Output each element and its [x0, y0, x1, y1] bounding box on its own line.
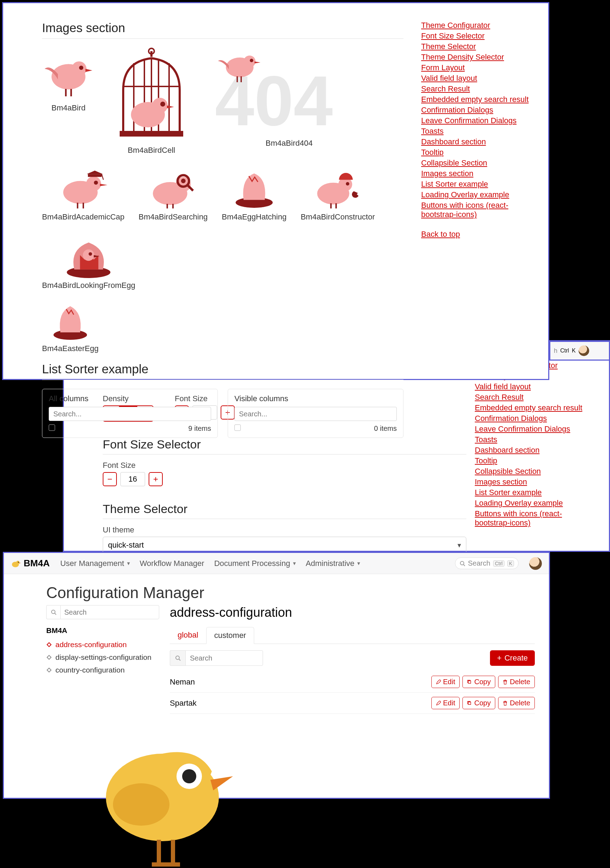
toc-link[interactable]: Toasts — [421, 127, 531, 136]
edit-button[interactable]: Edit — [432, 676, 459, 688]
tab[interactable]: customer — [206, 627, 254, 644]
page-title: Configuration Manager — [4, 574, 549, 605]
create-button[interactable]: + Create — [490, 650, 535, 666]
plus-icon: + — [497, 654, 501, 663]
toc-link[interactable]: Valid field layout — [421, 74, 531, 83]
toc-link[interactable]: Collapsible Section — [421, 158, 531, 167]
delete-button[interactable]: Delete — [498, 697, 535, 709]
font-decrease-button-2[interactable]: − — [103, 472, 117, 486]
svg-marker-19 — [167, 105, 174, 108]
diamond-icon — [46, 654, 52, 660]
checkbox[interactable] — [49, 425, 55, 431]
svg-rect-63 — [47, 643, 51, 646]
image-card: Bm4aBird — [42, 48, 95, 155]
theme-select[interactable]: quick-start — [103, 537, 466, 553]
svg-point-28 — [86, 177, 101, 191]
font-increase-button-2[interactable]: + — [149, 472, 163, 486]
config-row: SpartakEditCopyDelete — [170, 693, 535, 714]
content-search[interactable] — [185, 650, 263, 666]
avatar[interactable] — [529, 557, 542, 570]
sidebar: BM4A address-configurationdisplay-settin… — [46, 605, 159, 714]
sidebar-item-label: display-settings-configuration — [56, 653, 151, 662]
edit-button[interactable]: Edit — [432, 697, 459, 709]
toc-link[interactable]: List Sorter example — [421, 180, 531, 189]
image-caption: Bm4aEasterEgg — [42, 344, 98, 353]
visible-columns-search[interactable] — [234, 407, 397, 421]
svg-point-71 — [182, 769, 196, 783]
toc-link[interactable]: Collapsible Section — [475, 467, 588, 476]
sidebar-item[interactable]: country-configuration — [46, 664, 159, 676]
row-name: Spartak — [170, 699, 197, 708]
toc-link[interactable]: Leave Confirmation Dialogs — [421, 116, 531, 125]
delete-button[interactable]: Delete — [498, 676, 535, 688]
toc-link[interactable]: Theme Selector — [421, 42, 531, 51]
toc-link[interactable]: List Sorter example — [475, 488, 588, 497]
toc-link[interactable]: Dashboard section — [421, 137, 531, 146]
theme-heading: Theme Selector — [103, 502, 466, 519]
avatar[interactable] — [579, 346, 589, 356]
bird-searching-icon — [143, 164, 203, 209]
svg-rect-31 — [88, 174, 102, 177]
font-size-input-2[interactable] — [120, 472, 145, 486]
toc-link[interactable]: Confirmation Dialogs — [421, 105, 531, 115]
toc-link[interactable]: Tooltip — [475, 456, 588, 465]
bird-academic-icon — [53, 164, 113, 209]
nav-item[interactable]: Administrative — [306, 559, 360, 568]
nav-item[interactable]: Document Processing — [214, 559, 296, 568]
global-search[interactable]: Search Ctrl K — [455, 558, 519, 569]
toc-link[interactable]: Loading Overlay example — [475, 499, 588, 508]
toc-link[interactable]: Embedded empty search result — [421, 95, 531, 104]
nav-item[interactable]: Workflow Manager — [140, 559, 204, 568]
svg-point-23 — [250, 59, 253, 62]
checkbox[interactable] — [234, 425, 241, 431]
sidebar-item[interactable]: display-settings-configuration — [46, 651, 159, 664]
image-caption: Bm4aBirdSearching — [139, 212, 208, 222]
all-columns-search[interactable] — [49, 407, 211, 421]
toc-link[interactable]: Theme Configurator — [421, 21, 531, 30]
kbd-k: K — [572, 347, 576, 354]
sidebar-item-label: address-configuration — [56, 640, 127, 649]
copy-button[interactable]: Copy — [463, 697, 495, 709]
svg-point-4 — [79, 66, 83, 70]
search-icon — [459, 561, 465, 566]
sidebar-item[interactable]: address-configuration — [46, 638, 159, 651]
sidebar-search[interactable] — [61, 605, 159, 619]
image-caption: Bm4aBird — [42, 103, 95, 113]
toc-link[interactable]: Buttons with icons (react-bootstrap-icon… — [475, 509, 588, 527]
background-topbar-peek: h Ctrl K — [549, 341, 610, 361]
nav-item[interactable]: User Management — [61, 559, 130, 568]
copy-button[interactable]: Copy — [463, 676, 495, 688]
svg-point-56 — [16, 561, 20, 564]
svg-marker-5 — [85, 69, 93, 72]
toc-link[interactable]: Buttons with icons (react-bootstrap-icon… — [421, 201, 531, 219]
visible-count: 0 items — [374, 425, 397, 432]
toc-link[interactable]: Tooltip — [421, 148, 531, 157]
toc-link[interactable]: Dashboard section — [475, 446, 588, 455]
svg-line-33 — [102, 174, 104, 180]
toc-link[interactable]: Loading Overlay example — [421, 190, 531, 199]
toc-link[interactable]: Images section — [475, 477, 588, 487]
brand-text: BM4A — [24, 558, 50, 569]
toc-link[interactable]: Theme Density Selector — [421, 53, 531, 62]
svg-point-3 — [71, 61, 87, 76]
toc-link[interactable]: Form Layout — [421, 63, 531, 72]
svg-point-17 — [152, 98, 168, 113]
svg-line-67 — [179, 659, 180, 660]
trash-icon — [503, 701, 508, 706]
brand[interactable]: BM4A — [11, 558, 50, 569]
tab[interactable]: global — [170, 627, 206, 643]
svg-rect-64 — [47, 655, 51, 659]
back-to-top-link[interactable]: Back to top — [421, 230, 531, 239]
toc-link[interactable]: Search Result — [421, 84, 531, 93]
toc-link[interactable]: Font Size Selector — [421, 31, 531, 40]
font-size-label-2: Font Size — [103, 461, 591, 470]
image-card: Bm4aBirdConstructor — [301, 164, 375, 222]
copy-icon — [467, 701, 472, 706]
chevron-down-icon — [126, 560, 130, 567]
image-card: Bm4aBirdCell — [109, 48, 194, 155]
toc-link[interactable]: Images section — [421, 169, 531, 178]
visible-columns-panel: Visible columns 0 items — [228, 389, 404, 438]
toc-panel1: Theme ConfiguratorFont Size SelectorThem… — [421, 21, 531, 438]
svg-point-52 — [88, 252, 92, 256]
svg-line-60 — [464, 564, 465, 566]
